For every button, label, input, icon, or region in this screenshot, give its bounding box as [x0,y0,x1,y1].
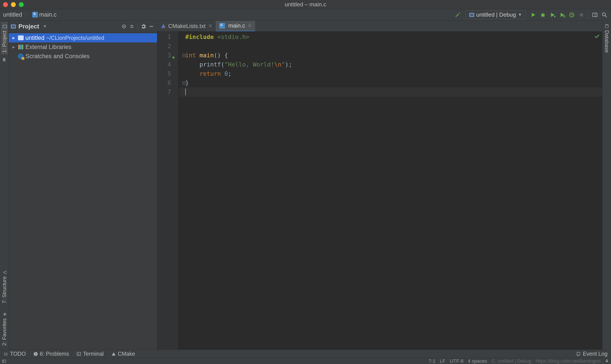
close-window-button[interactable] [3,2,8,7]
tool-tab-todo[interactable]: TODO [3,351,26,357]
tool-tab-favorites[interactable]: 2: Favorites [1,310,8,347]
svg-rect-27 [3,360,4,362]
gutter-line-number[interactable]: 4 [157,60,171,69]
expand-all-button[interactable] [128,23,136,30]
editor-gutter[interactable]: 1234567 [157,31,178,350]
editor-tab-label: CMakeLists.txt [168,23,206,29]
status-caret-position[interactable]: 7:1 [429,358,435,364]
project-view-selector[interactable]: Project ▼ [11,23,47,30]
tool-tab-event-log[interactable]: Event Log [576,351,608,357]
tree-node-module[interactable]: ▸ untitled ~/CLionProjects/untitled [9,33,157,42]
editor-code[interactable]: #include <stdio.h> ⊟int main() { printf(… [178,31,602,350]
chevron-down-icon: ▼ [518,12,522,17]
profile-button[interactable] [557,10,567,20]
window-controls [3,2,24,7]
svg-point-1 [541,13,544,17]
panel-settings-button[interactable] [139,23,147,30]
tree-node-external-libraries[interactable]: ▸ External Libraries [9,42,157,52]
status-line-separator[interactable]: LF [440,358,446,364]
minimize-window-button[interactable] [11,2,16,7]
run-button[interactable] [529,10,538,20]
gutter-run-icon[interactable] [171,53,176,57]
stop-button[interactable] [577,10,586,20]
tool-tab-terminal[interactable]: Terminal [76,351,104,357]
tool-tab-favorites-label: 2: Favorites [1,318,7,346]
build-button[interactable] [453,10,462,20]
inspection-ok-icon[interactable] [594,33,600,42]
gutter-line-number[interactable]: 7 [157,88,171,97]
tool-tab-event-log-label: Event Log [583,351,608,357]
code-line[interactable]: return 0; [179,69,602,78]
code-line[interactable] [179,88,602,97]
close-tab-icon[interactable]: ✕ [248,23,252,29]
tree-node-path: ~/CLionProjects/untitled [46,35,104,41]
tool-tab-structure[interactable]: 7: Structure [1,268,8,305]
code-line[interactable]: #include <stdio.h> [179,32,602,41]
status-indent[interactable]: 4 spaces [468,358,487,364]
tool-tab-database[interactable]: Database [603,22,610,54]
tool-tab-problems[interactable]: 6: Problems [33,351,69,357]
run-config-selector[interactable]: untitled | Debug ▼ [466,10,525,19]
status-encoding[interactable]: UTF-8 [450,358,463,364]
debug-button[interactable] [538,10,548,20]
gutter-line-number[interactable]: 3 [157,51,171,60]
gutter-line-number[interactable]: 2 [157,41,171,51]
status-context[interactable]: C: untitled | Debug [491,358,531,364]
hide-panel-button[interactable] [147,23,155,30]
editor-body[interactable]: 1234567 #include <stdio.h> ⊟int main() {… [157,31,602,350]
tree-node-scratches[interactable]: ▸ Scratches and Consoles [9,52,157,61]
svg-rect-10 [3,25,7,28]
expand-arrow-icon[interactable]: ▸ [11,35,16,41]
window-title: untitled – main.c [285,1,326,8]
status-bar: 7:1 LF UTF-8 4 spaces C: untitled | Debu… [0,358,611,364]
structure-icon [2,269,7,274]
code-line[interactable]: ⊟int main() { [179,51,602,60]
chevron-down-icon: ▼ [43,24,47,29]
gutter-line-number[interactable]: 6 [157,78,171,88]
todo-icon [3,351,8,356]
bookmarks-icon[interactable] [2,57,7,62]
breadcrumb-file[interactable]: main.c [32,11,57,18]
attach-button[interactable] [567,10,577,20]
editor-tab-main-c[interactable]: main.c ✕ [216,21,255,31]
problems-icon [33,351,38,356]
tool-tab-cmake[interactable]: CMake [111,351,135,357]
project-tree[interactable]: ▸ untitled ~/CLionProjects/untitled ▸ Ex… [9,32,157,350]
target-icon [469,13,475,17]
expand-arrow-icon[interactable]: ▸ [11,44,16,50]
svg-rect-8 [595,13,597,16]
tree-node-name: untitled [25,35,44,41]
header-separator [137,23,138,30]
watermark-text: https://blog.csdn.net/liumingcn [536,358,600,364]
coverage-button[interactable] [548,10,557,20]
layout-settings-button[interactable] [590,10,600,20]
tool-tab-project[interactable]: 1: Project [1,22,8,54]
code-line[interactable]: ⊟} [179,78,602,88]
main-area: 1: Project 7: Structure 2: Favorites [0,21,611,350]
fold-close-icon[interactable]: ⊟ [182,78,185,88]
gutter-line-number[interactable]: 5 [157,69,171,78]
tool-tab-structure-label: 7: Structure [1,276,7,303]
zoom-window-button[interactable] [19,2,24,7]
readonly-lock-button[interactable] [605,358,609,364]
svg-marker-2 [551,13,555,17]
code-line[interactable] [179,41,602,51]
editor-tab-cmakelists[interactable]: CMakeLists.txt ✕ [157,21,216,31]
close-tab-icon[interactable]: ✕ [208,23,212,29]
tree-node-name: Scratches and Consoles [25,53,90,60]
tree-node-name: External Libraries [25,44,71,51]
cmake-file-icon [161,23,166,29]
tool-tab-database-label: Database [604,30,610,53]
locate-file-button[interactable] [120,23,128,30]
title-bar: untitled – main.c [0,0,611,9]
svg-marker-25 [112,352,115,355]
search-everywhere-button[interactable] [600,10,609,20]
code-line[interactable]: printf("Hello, World!\n"); [179,60,602,69]
tool-windows-toggle-button[interactable] [1,358,7,364]
gutter-line-number[interactable]: 1 [157,32,171,41]
fold-open-icon[interactable]: ⊟ [182,51,185,60]
breadcrumb-project[interactable]: untitled [3,11,22,18]
breadcrumb: untitled 〉 main.c [3,10,57,19]
right-tool-stripe: Database [602,21,611,350]
folder-icon [18,35,24,40]
